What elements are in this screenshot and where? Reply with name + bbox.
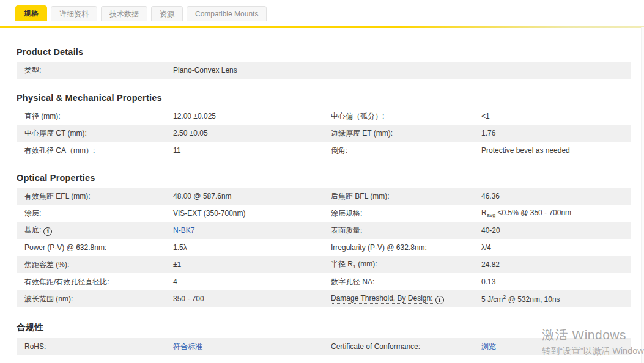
section-title: Optical Properties xyxy=(17,173,631,183)
spec-label-text: 有效焦距/有效孔径直径比: xyxy=(24,277,109,286)
spec-value: 4 xyxy=(173,277,182,286)
spec-label-text: 涂层: xyxy=(24,209,41,218)
spec-label-text: RoHS: xyxy=(24,342,46,351)
spec-label: 类型: xyxy=(17,65,173,76)
spec-value: 2.50 ±0.05 xyxy=(173,129,213,138)
tab-details[interactable]: 详细资料 xyxy=(51,6,97,21)
spec-cell-right: 中心偏（弧分）:<1 xyxy=(324,108,631,125)
spec-label-text: 半径 R1 (mm): xyxy=(331,260,377,268)
spec-value: 1.76 xyxy=(481,129,500,138)
spec-value: 48.00 @ 587.6nm xyxy=(173,192,237,200)
spec-row: 有效孔径 CA（mm）:11倒角:Protective bevel as nee… xyxy=(17,142,631,159)
spec-label: 后焦距 BFL (mm): xyxy=(324,191,481,202)
spec-row: 涂层:VIS-EXT (350-700nm)涂层规格:Ravg <0.5% @ … xyxy=(17,205,631,222)
spec-value: 40-20 xyxy=(481,226,505,235)
spec-cell-left: 中心厚度 CT (mm):2.50 ±0.05 xyxy=(17,125,324,142)
spec-label-text: Irregularity (P-V) @ 632.8nm: xyxy=(331,243,427,252)
spec-label: 中心厚度 CT (mm): xyxy=(17,128,173,139)
spec-row: 有效焦距 EFL (mm):48.00 @ 587.6nm后焦距 BFL (mm… xyxy=(17,188,631,205)
scrollbar-gutter[interactable] xyxy=(641,27,644,363)
spec-label-text: 中心厚度 CT (mm): xyxy=(24,129,87,138)
spec-label-text: 数字孔径 NA: xyxy=(331,277,374,286)
spec-label: 边缘厚度 ET (mm): xyxy=(324,128,481,139)
spec-value: VIS-EXT (350-700nm) xyxy=(173,209,251,218)
spec-label-text: 有效孔径 CA（mm）: xyxy=(24,146,95,155)
spec-label: 涂层: xyxy=(17,208,173,219)
spec-cell-right: 边缘厚度 ET (mm):1.76 xyxy=(324,125,631,142)
spec-label-text: 边缘厚度 ET (mm): xyxy=(331,129,393,138)
spec-value-link[interactable]: 浏览 xyxy=(481,342,501,352)
spec-table: RoHS:符合标准Certificate of Conformance:浏览 xyxy=(17,338,631,355)
spec-label-text: Power (P-V) @ 632.8nm: xyxy=(24,243,106,252)
spec-cell-right: 后焦距 BFL (mm):46.36 xyxy=(324,188,631,205)
spec-value: Ravg <0.5% @ 350 - 700nm xyxy=(481,208,576,218)
spec-cell-right: 半径 R1 (mm):24.82 xyxy=(324,256,631,273)
spec-cell-left: 直径 (mm):12.00 ±0.025 xyxy=(17,108,324,125)
spec-row: Power (P-V) @ 632.8nm:1.5λIrregularity (… xyxy=(17,239,631,256)
spec-cell-left: 有效焦距 EFL (mm):48.00 @ 587.6nm xyxy=(17,188,324,205)
spec-table: 直径 (mm):12.00 ±0.025中心偏（弧分）:<1中心厚度 CT (m… xyxy=(17,108,631,159)
section-title: 合规性 xyxy=(17,321,631,333)
spec-row: 基底:iN-BK7表面质量:40-20 xyxy=(17,222,631,239)
spec-label: 有效焦距/有效孔径直径比: xyxy=(17,277,173,287)
spec-value: 24.82 xyxy=(481,260,505,269)
spec-row: 波长范围 (nm):350 - 700Damage Threshold, By … xyxy=(17,290,631,307)
spec-cell-left: RoHS:符合标准 xyxy=(17,338,324,355)
spec-label-text: 倒角: xyxy=(331,146,347,155)
spec-row: 有效焦距/有效孔径直径比:4数字孔径 NA:0.13 xyxy=(17,273,631,290)
spec-value: λ/4 xyxy=(481,243,496,252)
spec-cell-left: 焦距容差 (%):±1 xyxy=(17,256,324,273)
spec-label-text: 基底: xyxy=(24,226,41,235)
spec-value: 1.5λ xyxy=(173,243,192,252)
spec-label-text: 类型: xyxy=(24,66,41,75)
spec-row: RoHS:符合标准Certificate of Conformance:浏览 xyxy=(17,338,631,355)
tab-bar: 规格详细资料技术数据资源Compatible Mounts xyxy=(0,0,644,28)
spec-label: Certificate of Conformance: xyxy=(324,342,481,351)
tab-resources[interactable]: 资源 xyxy=(151,6,183,21)
spec-value: <1 xyxy=(481,112,495,120)
info-icon[interactable]: i xyxy=(435,296,444,304)
spec-label: 中心偏（弧分）: xyxy=(324,111,481,122)
spec-label: 波长范围 (nm): xyxy=(17,294,173,304)
spec-value: 11 xyxy=(173,146,185,155)
spec-label: RoHS: xyxy=(17,342,173,351)
spec-value-link[interactable]: N-BK7 xyxy=(173,226,199,235)
spec-label: 有效焦距 EFL (mm): xyxy=(17,191,173,202)
spec-value: 350 - 700 xyxy=(173,295,209,303)
spec-cell-left: 基底:iN-BK7 xyxy=(17,222,324,239)
spec-cell-left: 波长范围 (nm):350 - 700 xyxy=(17,290,324,307)
spec-label: 涂层规格: xyxy=(324,208,481,219)
tab-specs[interactable]: 规格 xyxy=(15,6,47,21)
accent-underline xyxy=(0,26,644,28)
spec-label: 表面质量: xyxy=(324,226,481,236)
spec-label-text: 中心偏（弧分）: xyxy=(331,112,384,120)
spec-cell-left: 有效孔径 CA（mm）:11 xyxy=(17,142,324,159)
spec-label: 基底:i xyxy=(17,225,173,236)
spec-table: 类型:Plano-Convex Lens xyxy=(17,62,631,79)
spec-row: 类型:Plano-Convex Lens xyxy=(17,62,631,79)
spec-value: Protective bevel as needed xyxy=(481,146,575,155)
spec-label-text: 后焦距 BFL (mm): xyxy=(331,192,390,200)
spec-cell-right: 数字孔径 NA:0.13 xyxy=(324,273,631,290)
info-icon[interactable]: i xyxy=(43,227,52,236)
spec-cell-left: Power (P-V) @ 632.8nm:1.5λ xyxy=(17,239,324,256)
spec-label: 半径 R1 (mm): xyxy=(324,259,481,270)
spec-value-link[interactable]: 符合标准 xyxy=(173,342,207,352)
spec-cell-left: 类型:Plano-Convex Lens xyxy=(17,62,631,79)
spec-label: Irregularity (P-V) @ 632.8nm: xyxy=(324,243,481,252)
tab-compatible-mounts[interactable]: Compatible Mounts xyxy=(187,6,267,21)
spec-cell-left: 涂层:VIS-EXT (350-700nm) xyxy=(17,205,324,222)
spec-value: 12.00 ±0.025 xyxy=(173,112,221,120)
spec-value: Plano-Convex Lens xyxy=(173,66,242,75)
tab-tech-data[interactable]: 技术数据 xyxy=(101,6,147,21)
spec-value: 5 J/cm2 @ 532nm, 10ns xyxy=(481,294,565,304)
spec-label-text: Damage Threshold, By Design: xyxy=(331,294,433,304)
spec-cell-right: 表面质量:40-20 xyxy=(324,222,631,239)
spec-label: 焦距容差 (%): xyxy=(17,260,173,270)
spec-label: Power (P-V) @ 632.8nm: xyxy=(17,243,173,252)
spec-value: ±1 xyxy=(173,260,186,269)
section-title: Product Details xyxy=(17,47,631,57)
spec-content: Product Details类型:Plano-Convex LensPhysi… xyxy=(0,47,644,355)
spec-label-text: 焦距容差 (%): xyxy=(24,260,69,269)
spec-label: 直径 (mm): xyxy=(17,111,173,122)
